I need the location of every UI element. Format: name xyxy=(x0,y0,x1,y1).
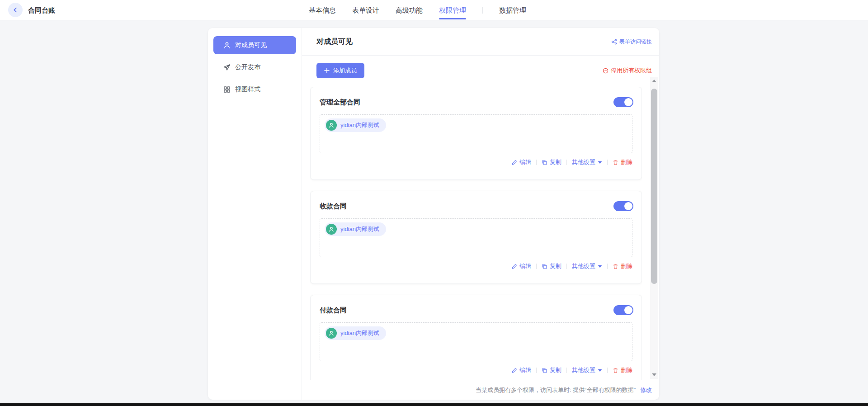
paper-plane-icon xyxy=(223,64,231,71)
delete-label: 删除 xyxy=(621,158,632,166)
tab-basic-info[interactable]: 基本信息 xyxy=(309,0,336,20)
scrollbar-down-arrow[interactable] xyxy=(652,373,656,376)
circle-minus-icon xyxy=(603,68,609,74)
member-box[interactable]: yidian内部测试 xyxy=(320,322,632,361)
delete-button[interactable]: 删除 xyxy=(613,158,632,166)
sidebar-item-view-style[interactable]: 视图样式 xyxy=(213,80,296,99)
form-access-link[interactable]: 表单访问链接 xyxy=(611,38,652,46)
copy-icon xyxy=(542,264,547,269)
member-tag[interactable]: yidian内部测试 xyxy=(325,118,386,132)
copy-button[interactable]: 复制 xyxy=(542,158,561,166)
sidebar-item-label: 公开发布 xyxy=(235,63,260,71)
sidebar-item-label: 视图样式 xyxy=(235,85,260,94)
copy-label: 复制 xyxy=(550,366,561,374)
member-tag[interactable]: yidian内部测试 xyxy=(325,222,386,236)
pencil-icon xyxy=(511,160,517,165)
action-divider xyxy=(607,264,608,269)
group-name: 收款合同 xyxy=(320,202,347,211)
card-header: 收款合同 xyxy=(311,191,642,211)
page-title: 合同台账 xyxy=(28,0,55,20)
back-button[interactable] xyxy=(8,3,23,17)
scrollbar-thumb[interactable] xyxy=(651,89,657,284)
caret-down-icon xyxy=(598,161,602,164)
tab-permissions[interactable]: 权限管理 xyxy=(439,0,466,20)
share-icon xyxy=(611,39,617,45)
edit-button[interactable]: 编辑 xyxy=(511,262,531,270)
delete-button[interactable]: 删除 xyxy=(613,366,632,374)
more-settings-label: 其他设置 xyxy=(572,366,595,374)
copy-button[interactable]: 复制 xyxy=(542,262,561,270)
plus-icon xyxy=(324,68,330,73)
scrollbar-up-arrow[interactable] xyxy=(652,80,656,82)
top-bar: 合同台账 基本信息 表单设计 高级功能 权限管理 数据管理 xyxy=(0,0,868,20)
action-divider xyxy=(536,264,537,269)
card-actions: 编辑 复制 其他设置 xyxy=(511,366,632,374)
grid-icon xyxy=(223,86,231,93)
caret-down-icon xyxy=(598,368,602,372)
action-divider xyxy=(536,368,537,373)
sidebar-item-public-publish[interactable]: 公开发布 xyxy=(213,58,296,76)
pencil-icon xyxy=(511,264,517,269)
more-settings-button[interactable]: 其他设置 xyxy=(572,262,602,270)
group-enabled-toggle[interactable] xyxy=(613,305,633,315)
form-access-link-label: 表单访问链接 xyxy=(619,38,652,46)
action-divider xyxy=(607,368,608,373)
content-panel: 对成员可见 公开发布 视图样式 对成员可见 表单访问链接 xyxy=(208,28,659,400)
add-member-label: 添加成员 xyxy=(333,66,357,75)
sidebar-item-label: 对成员可见 xyxy=(235,41,267,49)
screen-bottom-edge xyxy=(0,403,868,406)
copy-icon xyxy=(542,368,547,373)
action-divider xyxy=(607,160,608,165)
card-actions: 编辑 复制 其他设置 xyxy=(511,158,632,166)
chevron-left-icon xyxy=(12,7,19,13)
edit-button[interactable]: 编辑 xyxy=(511,366,531,374)
member-box[interactable]: yidian内部测试 xyxy=(320,114,632,153)
group-name: 付款合同 xyxy=(320,306,347,315)
member-avatar-icon xyxy=(326,224,337,235)
card-actions: 编辑 复制 其他设置 xyxy=(511,262,632,270)
action-divider xyxy=(536,160,537,165)
toggle-knob xyxy=(624,306,632,314)
member-name: yidian内部测试 xyxy=(340,225,379,233)
disable-all-groups-button[interactable]: 停用所有权限组 xyxy=(603,66,652,75)
nav-divider xyxy=(482,7,483,14)
edit-label: 编辑 xyxy=(519,262,531,270)
member-box[interactable]: yidian内部测试 xyxy=(320,218,632,257)
add-member-button[interactable]: 添加成员 xyxy=(316,63,364,78)
more-settings-button[interactable]: 其他设置 xyxy=(572,366,602,374)
card-header: 管理全部合同 xyxy=(311,87,642,107)
delete-label: 删除 xyxy=(621,262,632,270)
delete-label: 删除 xyxy=(621,366,632,374)
modify-link[interactable]: 修改 xyxy=(640,386,652,394)
sidebar-item-member-visible[interactable]: 对成员可见 xyxy=(213,36,296,54)
action-divider xyxy=(566,368,567,373)
delete-button[interactable]: 删除 xyxy=(613,262,632,270)
footer-note: 当某成员拥有多个权限，访问表单时: 提供“全部有权限的数据” xyxy=(476,386,636,394)
copy-label: 复制 xyxy=(550,262,561,270)
toggle-knob xyxy=(624,202,632,210)
copy-button[interactable]: 复制 xyxy=(542,366,561,374)
scrollbar xyxy=(650,77,658,379)
permission-group-card: 管理全部合同 yidian内部测试 xyxy=(310,87,642,180)
edit-button[interactable]: 编辑 xyxy=(511,158,531,166)
tab-data-management[interactable]: 数据管理 xyxy=(499,0,526,20)
member-tag[interactable]: yidian内部测试 xyxy=(325,326,386,340)
toolbar: 添加成员 停用所有权限组 xyxy=(302,56,659,85)
group-enabled-toggle[interactable] xyxy=(613,201,633,211)
card-header: 付款合同 xyxy=(311,295,642,315)
disable-all-groups-label: 停用所有权限组 xyxy=(611,66,652,75)
tab-form-design[interactable]: 表单设计 xyxy=(352,0,379,20)
permission-group-list: 管理全部合同 yidian内部测试 xyxy=(310,87,642,380)
more-settings-button[interactable]: 其他设置 xyxy=(572,158,602,166)
permission-group-card: 付款合同 yidian内部测试 xyxy=(310,295,642,380)
tab-advanced[interactable]: 高级功能 xyxy=(396,0,423,20)
screen: 合同台账 基本信息 表单设计 高级功能 权限管理 数据管理 对成员可见 公开发布… xyxy=(0,0,868,406)
group-enabled-toggle[interactable] xyxy=(613,97,633,107)
action-divider xyxy=(566,264,567,269)
settings-sidebar: 对成员可见 公开发布 视图样式 xyxy=(208,28,302,400)
footer-note-bar: 当某成员拥有多个权限，访问表单时: 提供“全部有权限的数据” 修改 xyxy=(302,380,659,400)
trash-icon xyxy=(613,264,618,269)
edit-label: 编辑 xyxy=(519,366,531,374)
member-name: yidian内部测试 xyxy=(340,329,379,337)
group-name: 管理全部合同 xyxy=(320,98,360,107)
